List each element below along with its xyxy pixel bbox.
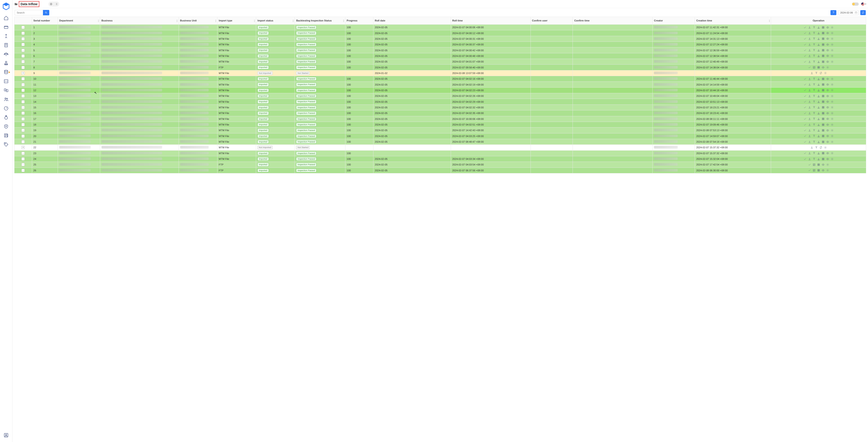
expand-button[interactable]: -	[22, 123, 25, 126]
expand-button[interactable]: -	[22, 94, 25, 98]
table-row[interactable]: -18MTM FileImportedInspection Passed1002…	[14, 122, 866, 127]
table-row[interactable]: -2MTM FileImportedInspection Passed10020…	[14, 30, 866, 36]
op-dl2-icon[interactable]	[817, 83, 820, 86]
op-check-icon[interactable]	[808, 163, 811, 166]
op-gear-icon[interactable]	[831, 106, 834, 109]
op-eye-icon[interactable]	[826, 123, 829, 126]
op-check-icon[interactable]	[803, 83, 807, 86]
op-grid-icon[interactable]	[822, 32, 825, 35]
expand-button[interactable]: -	[22, 49, 25, 52]
table-row[interactable]: -25FTPImportedInspection Passed1002024-0…	[14, 162, 866, 168]
op-dl2-icon[interactable]	[817, 111, 820, 115]
op-check-icon[interactable]	[803, 152, 807, 155]
op-gear-icon[interactable]	[831, 89, 834, 92]
table-row[interactable]: -19MTM FileImportedInspection Passed1002…	[14, 128, 866, 133]
op-gear-icon[interactable]	[831, 49, 834, 52]
nav-users-icon[interactable]	[1, 95, 11, 104]
op-dl-icon[interactable]	[810, 146, 813, 149]
table-row[interactable]: +9MTM FileNot importedNot Started2024-01…	[14, 70, 866, 76]
op-up-icon[interactable]	[812, 111, 815, 115]
op-up-icon[interactable]	[812, 140, 815, 143]
table-row[interactable]: -8FTPImportedInspection Passed1002024-02…	[14, 65, 866, 70]
op-dl2-icon[interactable]	[817, 77, 820, 80]
table-row[interactable]: -17MTM FileImportedInspection Passed1002…	[14, 116, 866, 122]
op-gear-icon[interactable]	[826, 169, 829, 172]
col-roll-time[interactable]: Roll time	[451, 17, 530, 25]
op-dl-icon[interactable]	[808, 106, 811, 109]
op-grid-icon[interactable]	[822, 123, 825, 126]
nav-code-icon[interactable]	[1, 77, 11, 86]
expand-button[interactable]: -	[22, 152, 25, 155]
op-up-icon[interactable]	[812, 83, 815, 86]
nav-alert-icon[interactable]	[1, 32, 11, 41]
op-grid-icon[interactable]	[822, 37, 825, 40]
op-up-icon[interactable]	[812, 129, 815, 132]
expand-button[interactable]: -	[22, 26, 25, 29]
op-dl-icon[interactable]	[808, 43, 811, 46]
table-row[interactable]: -1MTM FileImportedInspection Passed10020…	[14, 25, 866, 30]
nav-database-icon[interactable]	[1, 68, 11, 77]
op-gear-icon[interactable]	[831, 43, 834, 46]
op-dl-icon[interactable]	[808, 140, 811, 143]
op-check-icon[interactable]	[808, 66, 811, 69]
op-dl-icon[interactable]	[810, 72, 813, 75]
op-gear-icon[interactable]	[831, 111, 834, 115]
op-check-icon[interactable]	[803, 77, 807, 80]
col-import-type[interactable]: Import type▲▼	[217, 17, 256, 25]
op-dl2-icon[interactable]	[817, 135, 820, 138]
op-up-icon[interactable]	[812, 157, 815, 161]
op-check-icon[interactable]	[803, 26, 807, 29]
op-eye-icon[interactable]	[826, 100, 829, 103]
op-grid-icon[interactable]	[817, 169, 820, 172]
op-grid-icon[interactable]	[822, 60, 825, 63]
table-row[interactable]: -23MTM FileImportedInspection Passed1002…	[14, 150, 866, 156]
op-gear-icon[interactable]	[831, 32, 834, 35]
nav-home-icon[interactable]	[1, 13, 11, 23]
col-serial-number[interactable]: Serial number	[32, 17, 58, 25]
col-roll-date[interactable]: Roll date	[373, 17, 451, 25]
op-dl-icon[interactable]	[808, 135, 811, 138]
op-check-icon[interactable]	[803, 49, 807, 52]
expand-button[interactable]: -	[22, 55, 25, 58]
op-eye-icon[interactable]	[826, 55, 829, 58]
op-check-icon[interactable]	[808, 169, 811, 172]
op-eye-icon[interactable]	[826, 83, 829, 86]
table-row[interactable]: -16MTM FileImportedInspection Passed1002…	[14, 110, 866, 116]
op-dl-icon[interactable]	[808, 111, 811, 115]
op-eye-icon[interactable]	[826, 77, 829, 80]
op-dl2-icon[interactable]	[817, 106, 820, 109]
expand-button[interactable]: -	[22, 163, 25, 166]
op-gear-icon[interactable]	[831, 37, 834, 40]
op-grid-icon[interactable]	[822, 43, 825, 46]
op-grid-icon[interactable]	[822, 157, 825, 161]
op-eye-icon[interactable]	[826, 140, 829, 143]
op-grid-icon[interactable]	[822, 152, 825, 155]
op-check-icon[interactable]	[803, 111, 807, 115]
op-check-icon[interactable]	[803, 135, 807, 138]
op-list-icon[interactable]	[812, 163, 815, 166]
op-dl2-icon[interactable]	[817, 152, 820, 155]
expand-button[interactable]: -	[22, 32, 25, 35]
table-row[interactable]: -13MTM FileImportedInspection Passed1002…	[14, 93, 866, 99]
expand-button[interactable]: -	[22, 43, 25, 46]
op-gear-icon[interactable]	[831, 117, 834, 121]
op-dl-icon[interactable]	[808, 100, 811, 103]
op-dl-icon[interactable]	[808, 89, 811, 92]
op-grid-icon[interactable]	[822, 26, 825, 29]
op-check-icon[interactable]	[803, 60, 807, 63]
op-grid-icon[interactable]	[822, 106, 825, 109]
op-ref-icon[interactable]	[819, 146, 822, 149]
table-row[interactable]: -15MTM FileImportedInspection Passed1002…	[14, 104, 866, 110]
op-dl2-icon[interactable]	[817, 32, 820, 35]
op-dl2-icon[interactable]	[817, 100, 820, 103]
op-up-icon[interactable]	[812, 117, 815, 121]
op-dl2-icon[interactable]	[817, 49, 820, 52]
op-check-icon[interactable]	[803, 106, 807, 109]
nav-tag-icon[interactable]	[1, 140, 11, 149]
op-check-icon[interactable]	[803, 140, 807, 143]
op-up-icon[interactable]	[812, 32, 815, 35]
op-up-icon[interactable]	[812, 60, 815, 63]
op-up-icon[interactable]	[812, 55, 815, 58]
op-gear-icon[interactable]	[831, 140, 834, 143]
nav-balance-icon[interactable]	[1, 50, 11, 59]
